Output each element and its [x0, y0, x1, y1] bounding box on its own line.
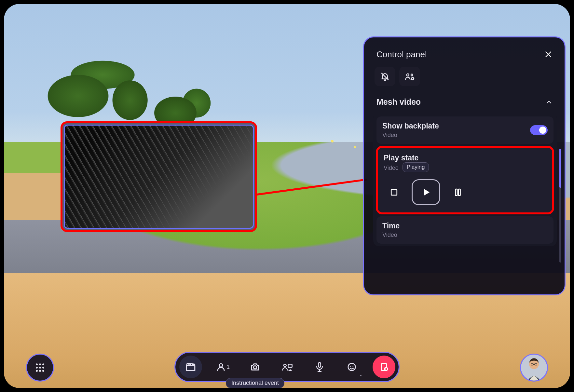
row-sublabel-time: Video	[382, 232, 548, 238]
svg-point-13	[36, 370, 38, 372]
clapper-button[interactable]	[179, 356, 202, 378]
smile-icon	[347, 362, 357, 372]
svg-point-16	[219, 364, 223, 367]
svg-point-8	[39, 363, 41, 365]
svg-rect-5	[456, 189, 458, 196]
svg-point-14	[39, 370, 41, 372]
camera-icon	[250, 362, 260, 372]
control-panel: Control panel Mesh video	[363, 36, 566, 295]
svg-point-21	[348, 363, 356, 371]
control-panel-title: Control panel	[376, 49, 427, 60]
person-icon	[216, 362, 226, 372]
people-count: 1	[226, 364, 230, 371]
play-state-badge: Playing	[403, 162, 429, 172]
reactions-button[interactable]: ⌃	[340, 356, 363, 378]
row-label-time: Time	[382, 222, 548, 230]
pause-icon	[453, 187, 463, 197]
row-time: Time Video	[376, 216, 554, 244]
close-icon	[544, 50, 553, 59]
close-button[interactable]	[542, 48, 555, 61]
people-settings-button[interactable]	[399, 67, 420, 86]
people-share-icon	[282, 362, 293, 372]
chevron-up-icon: ⌃	[359, 374, 362, 379]
svg-point-12	[42, 367, 44, 369]
row-label-playstate: Play state	[384, 154, 546, 162]
section-header-mesh-video[interactable]: Mesh video	[373, 95, 557, 109]
play-button[interactable]	[412, 179, 440, 205]
play-controls	[384, 179, 546, 205]
pause-button[interactable]	[450, 184, 466, 200]
play-icon	[420, 187, 431, 198]
row-show-backplate: Show backplate Video	[376, 116, 554, 144]
svg-point-0	[407, 74, 409, 76]
svg-point-17	[253, 366, 257, 369]
svg-rect-19	[288, 364, 292, 368]
bell-icon	[380, 72, 390, 81]
screenshare-button[interactable]	[276, 356, 299, 378]
world-video-screen[interactable]	[64, 125, 254, 229]
svg-point-7	[36, 363, 38, 365]
chevron-up-icon	[545, 98, 553, 106]
people-gear-icon	[404, 72, 415, 81]
microphone-icon	[315, 362, 324, 372]
panel-scrollbar[interactable]	[559, 149, 561, 263]
dock-tooltip: Instructional event	[226, 378, 284, 388]
svg-point-10	[36, 367, 38, 369]
leave-icon	[379, 362, 389, 372]
row-play-state-highlight: Play state Video Playing	[376, 146, 554, 214]
row-sublabel-playstate: Video	[384, 165, 399, 171]
user-avatar[interactable]	[520, 354, 548, 382]
apps-menu-button[interactable]	[26, 354, 54, 382]
svg-rect-4	[391, 189, 397, 195]
control-panel-header: Control panel	[373, 47, 557, 67]
svg-rect-20	[318, 362, 321, 367]
svg-point-22	[350, 366, 351, 367]
leave-button[interactable]	[373, 356, 395, 378]
section-body: Show backplate Video Play state Video Pl…	[373, 113, 557, 246]
backplate-toggle[interactable]	[530, 125, 548, 135]
avatar-image	[521, 355, 547, 381]
people-button[interactable]: 1	[212, 356, 234, 378]
svg-point-23	[352, 366, 353, 367]
svg-rect-6	[458, 189, 460, 196]
camera-button[interactable]: Instructional event	[244, 356, 266, 378]
world-video-screen-highlight	[61, 121, 257, 232]
section-title: Mesh video	[376, 97, 421, 107]
bottom-toolbar: 1 Instructional event ⌃	[174, 352, 400, 382]
grid-icon	[34, 362, 46, 373]
svg-point-3	[412, 78, 413, 79]
svg-point-9	[42, 363, 44, 365]
row-sublabel-backplate: Video	[382, 132, 439, 139]
notify-button[interactable]	[375, 67, 395, 86]
mic-button[interactable]	[308, 356, 331, 378]
row-label-backplate: Show backplate	[382, 122, 439, 130]
svg-point-18	[284, 364, 286, 367]
control-panel-toolbar	[373, 67, 557, 93]
clapperboard-icon	[185, 361, 196, 372]
svg-point-15	[42, 370, 44, 372]
stop-icon	[389, 187, 399, 197]
svg-point-11	[39, 367, 41, 369]
svg-point-1	[411, 74, 413, 76]
stop-button[interactable]	[386, 184, 402, 200]
